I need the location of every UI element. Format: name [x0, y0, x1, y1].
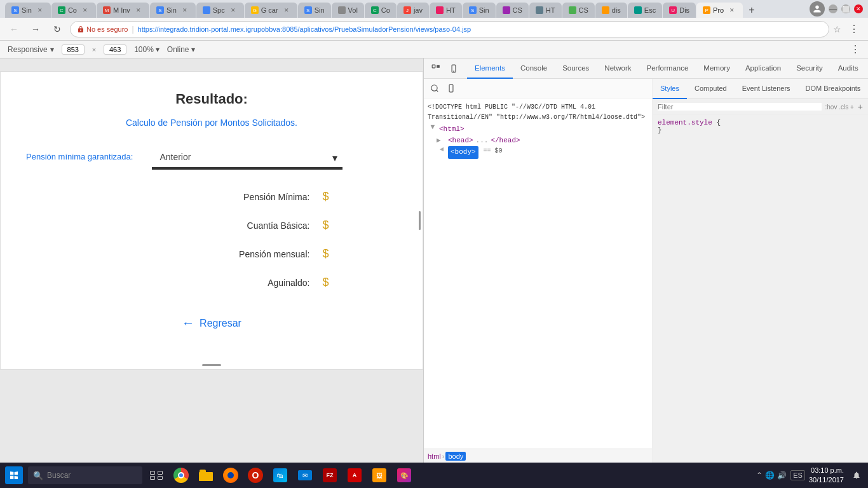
- styles-tab-computed[interactable]: Computed: [687, 79, 735, 99]
- task-view-btn[interactable]: [145, 464, 168, 487]
- devtools-tab-network[interactable]: Network: [597, 58, 639, 79]
- tab-g[interactable]: G G car ✕: [245, 3, 297, 18]
- tray-volume[interactable]: 🔊: [777, 471, 787, 480]
- responsive-menu-btn[interactable]: ⋮: [850, 43, 860, 55]
- tab-dis2[interactable]: U Dis: [663, 3, 696, 18]
- minimize-btn[interactable]: —: [829, 4, 837, 13]
- profile-btn[interactable]: [810, 1, 825, 17]
- devtools-tab-audits[interactable]: Audits: [831, 58, 866, 79]
- styles-tab-dom-breakpoints[interactable]: DOM Breakpoints: [798, 79, 868, 99]
- devtools-inspect-btn[interactable]: [428, 60, 444, 77]
- svg-line-5: [437, 90, 438, 92]
- new-tab-btn[interactable]: +: [743, 3, 759, 18]
- images-btn[interactable]: 🖼: [368, 464, 391, 487]
- devtools-tab-console[interactable]: Console: [513, 58, 555, 79]
- file-explorer-btn[interactable]: [194, 464, 217, 487]
- devtools-tab-performance[interactable]: Performance: [639, 58, 696, 79]
- mail-btn[interactable]: ✉: [294, 464, 316, 487]
- zoom-dropdown[interactable]: 100% ▾: [134, 45, 159, 54]
- bookmark-btn[interactable]: ☆: [833, 24, 841, 34]
- dt-inspect-element-btn[interactable]: [426, 80, 443, 97]
- tab-sin4[interactable]: S Sin: [463, 3, 496, 18]
- back-button[interactable]: ← Regresar: [26, 316, 397, 330]
- tab-close-6[interactable]: ✕: [282, 6, 291, 15]
- tab-ht2[interactable]: HT: [529, 3, 562, 18]
- resize-handle-right[interactable]: [417, 208, 421, 233]
- tab-sin-2[interactable]: S Sin ✕: [150, 3, 196, 18]
- tab-close-3[interactable]: ✕: [134, 6, 143, 15]
- body-arrow[interactable]: ▼: [435, 147, 447, 156]
- tab-inv[interactable]: M M Inv ✕: [97, 3, 149, 18]
- add-style-btn[interactable]: +: [858, 102, 863, 112]
- language-indicator[interactable]: ES: [790, 470, 805, 480]
- start-button[interactable]: [3, 464, 25, 487]
- tabs-area: S Sin ✕ C Co ✕ M M Inv ✕ S Sin ✕ Spc: [5, 0, 810, 18]
- html-arrow[interactable]: ▶: [426, 125, 438, 134]
- tab-cs2[interactable]: CS: [562, 3, 595, 18]
- tab-co[interactable]: C Co ✕: [51, 3, 96, 18]
- devtools-tab-memory[interactable]: Memory: [696, 58, 738, 79]
- reload-btn[interactable]: ↻: [48, 20, 66, 38]
- tab-pro-active[interactable]: P Pro ✕: [696, 3, 743, 18]
- tab-close[interactable]: ✕: [36, 6, 44, 15]
- store-btn[interactable]: 🛍: [269, 464, 292, 487]
- tab-sin-3[interactable]: S Sin: [298, 3, 331, 18]
- tab-co2[interactable]: C Co: [365, 3, 397, 18]
- chrome-app-btn[interactable]: [170, 464, 193, 487]
- tab-close-5[interactable]: ✕: [229, 6, 238, 15]
- width-input[interactable]: [62, 44, 85, 55]
- taskbar-search[interactable]: 🔍 Buscar: [28, 466, 142, 484]
- tab-jav[interactable]: J jav: [397, 3, 429, 18]
- network-dropdown[interactable]: Online ▾: [167, 45, 195, 54]
- devtools-tab-application[interactable]: Application: [738, 58, 789, 79]
- tab-close-4[interactable]: ✕: [180, 6, 189, 15]
- back-btn[interactable]: ←: [5, 20, 23, 38]
- devtools-code-display[interactable]: <!DOCTYPE html PUBLIC "-//W3C//DTD HTML …: [424, 98, 652, 449]
- tab-dis[interactable]: dis: [595, 3, 627, 18]
- tray-network[interactable]: 🌐: [765, 471, 775, 480]
- tab-vol[interactable]: Vol: [332, 3, 364, 18]
- notification-btn[interactable]: [848, 466, 865, 484]
- devtools-tab-security[interactable]: Security: [789, 58, 831, 79]
- taskbar-apps: O 🛍 ✉ FZ: [145, 464, 754, 487]
- styles-tab-event-listeners[interactable]: Event Listeners: [735, 79, 798, 99]
- tab-cs1[interactable]: CS: [496, 3, 529, 18]
- tab-ht1[interactable]: HT: [430, 3, 462, 18]
- tab-close-2[interactable]: ✕: [81, 6, 90, 15]
- code-line-body[interactable]: ▼ <body> == $0: [428, 146, 648, 159]
- dt-device-btn[interactable]: [443, 80, 459, 97]
- devtools-mobile-btn[interactable]: [445, 60, 462, 77]
- styles-filter-input[interactable]: [658, 103, 822, 111]
- head-arrow[interactable]: ▶: [437, 135, 445, 147]
- element-style-rule: element.style { }: [658, 119, 863, 134]
- firefox-btn[interactable]: [219, 464, 242, 487]
- tab-doc[interactable]: Spc ✕: [196, 3, 244, 18]
- styles-tab-styles[interactable]: Styles: [653, 79, 687, 99]
- result-row-mensual: Pensión mensual: $: [82, 240, 342, 268]
- label-aguinaldo: Aguinaldo:: [82, 278, 310, 288]
- adobe-btn[interactable]: A: [343, 464, 366, 487]
- forward-btn[interactable]: →: [27, 20, 44, 38]
- devtools-tab-sources[interactable]: Sources: [555, 58, 597, 79]
- close-btn[interactable]: ✕: [854, 4, 863, 13]
- height-input[interactable]: [104, 44, 126, 55]
- result-row-cuantia: Cuantía Básica: $: [82, 211, 342, 240]
- responsive-dropdown[interactable]: Responsive ▾: [8, 45, 54, 54]
- address-bar[interactable]: No es seguro | https://integrado.tridion…: [70, 21, 829, 37]
- menu-btn[interactable]: ⋮: [845, 20, 863, 38]
- filezilla-btn[interactable]: FZ: [318, 464, 341, 487]
- paint-btn[interactable]: 🎨: [393, 464, 416, 487]
- devtools-tab-elements[interactable]: Elements: [467, 58, 513, 79]
- resize-handle-bottom[interactable]: [199, 363, 224, 367]
- value-aguinaldo: $: [322, 276, 341, 289]
- store-icon: 🛍: [273, 468, 287, 482]
- breadcrumb-html[interactable]: html: [428, 452, 441, 460]
- tray-arrow[interactable]: ⌃: [756, 471, 763, 480]
- opera-btn[interactable]: O: [244, 464, 267, 487]
- anterior-select[interactable]: Anterior Siguiente: [152, 147, 342, 168]
- active-tab-close[interactable]: ✕: [728, 6, 736, 15]
- breadcrumb-body[interactable]: body: [445, 452, 466, 461]
- tab-sin-1[interactable]: S Sin ✕: [5, 3, 51, 18]
- tab-esc[interactable]: Esc: [628, 3, 662, 18]
- maximize-btn[interactable]: ⬜: [841, 4, 850, 13]
